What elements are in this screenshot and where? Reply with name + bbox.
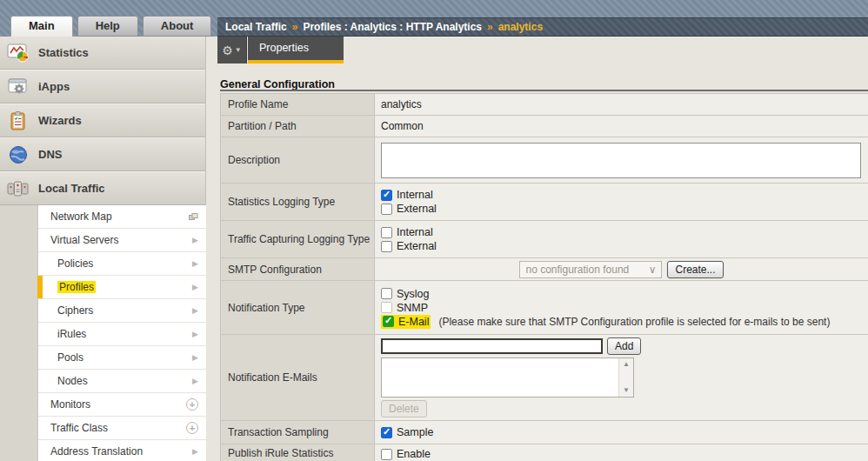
breadcrumb-path[interactable]: Profiles : Analytics : HTTP Analytics (303, 21, 482, 33)
submenu-item-label: Address Translation (50, 445, 143, 458)
submenu-item-label: iRules (57, 328, 86, 340)
sidebar-item-wizards[interactable]: Wizards (0, 104, 205, 137)
statistics-icon (7, 43, 30, 63)
field-label: Profile Name (221, 94, 375, 115)
checkbox-checked-icon[interactable] (381, 190, 392, 201)
checkbox-unchecked-icon[interactable] (381, 204, 392, 215)
sidebar-item-label: Statistics (38, 46, 89, 59)
field-label: Publish iRule Statistics (221, 444, 375, 461)
breadcrumb-separator: » (292, 21, 298, 33)
map-icon (189, 213, 198, 221)
sidebar-item-iapps[interactable]: iApps (0, 70, 205, 104)
row-publish-irule-statistics: Publish iRule Statistics Enable (221, 444, 868, 461)
notification-email-input[interactable] (381, 338, 603, 354)
sidebar-item-label: Wizards (38, 114, 82, 127)
field-label: Notification E-Mails (221, 335, 375, 420)
sidebar-item-statistics[interactable]: Statistics (0, 37, 205, 70)
scroll-down-icon[interactable]: ▼ (623, 386, 630, 395)
submenu-item-nodes[interactable]: Nodes ▶ (38, 370, 206, 393)
chevron-down-icon: ▼ (235, 46, 242, 54)
submenu-item-address-translation[interactable]: Address Translation ▶ (38, 440, 206, 461)
submenu-item-monitors[interactable]: Monitors + (38, 393, 206, 417)
row-statistics-logging-type: Statistics Logging Type Internal Externa… (221, 184, 868, 221)
submenu-item-ciphers[interactable]: Ciphers ▶ (38, 299, 206, 323)
row-partition-path: Partition / Path Common (221, 116, 868, 137)
arrow-right-icon: ▶ (192, 284, 198, 291)
row-traffic-capturing-logging-type: Traffic Capturing Logging Type Internal … (221, 221, 868, 258)
breadcrumb: Local Traffic»Profiles : Analytics : HTT… (217, 17, 868, 37)
checkbox-unchecked-icon[interactable] (381, 302, 392, 313)
tab-main[interactable]: Main (10, 16, 73, 37)
bigip-config-page: Local Traffic»Profiles : Analytics : HTT… (0, 0, 868, 461)
sidebar-item-label: Local Traffic (38, 182, 105, 195)
checkbox-capture-internal[interactable]: Internal (381, 225, 862, 239)
tab-properties[interactable]: Properties (248, 37, 344, 60)
submenu-item-label: Monitors (50, 398, 90, 411)
checkbox-email[interactable]: E-Mail (381, 315, 431, 329)
submenu-item-network-map[interactable]: Network Map (38, 205, 206, 229)
general-configuration-table: Profile Name analytics Partition / Path … (220, 93, 868, 461)
partition-path-value: Common (375, 116, 868, 137)
arrow-right-icon: ▶ (192, 448, 198, 456)
tab-help[interactable]: Help (77, 16, 138, 37)
wizards-icon (7, 111, 30, 130)
sidebar-item-dns[interactable]: DNS (0, 137, 205, 171)
row-smtp-configuration: SMTP Configuration no configuration foun… (221, 258, 868, 281)
checkbox-unchecked-icon[interactable] (381, 241, 392, 252)
plus-circle-icon[interactable]: + (186, 422, 198, 434)
scroll-up-icon[interactable]: ▲ (623, 360, 630, 369)
plus-circle-icon[interactable]: + (186, 398, 198, 411)
checkbox-unchecked-icon[interactable] (381, 227, 392, 238)
submenu-item-label: Ciphers (57, 304, 93, 317)
page-options-menu-button[interactable]: ⚙ ▼ (217, 37, 247, 63)
breadcrumb-current: analytics (498, 21, 543, 33)
checkbox-snmp[interactable]: SNMP (381, 301, 862, 315)
checkbox-checked-icon[interactable] (381, 427, 392, 438)
create-smtp-button[interactable]: Create... (667, 261, 723, 278)
checkbox-syslog[interactable]: Syslog (381, 287, 862, 301)
submenu-item-virtual-servers[interactable]: Virtual Servers ▶ (38, 229, 206, 252)
row-transaction-sampling: Transaction Sampling Sample (221, 421, 868, 444)
local-traffic-icon (7, 179, 30, 198)
smtp-configuration-select[interactable]: no configuration found ∨ (519, 261, 662, 278)
local-traffic-submenu: Network Map Virtual Servers ▶ Policies ▶… (37, 205, 206, 461)
field-label: Partition / Path (221, 116, 375, 137)
checkbox-stats-internal[interactable]: Internal (381, 188, 862, 202)
submenu-item-traffic-class[interactable]: Traffic Class + (38, 417, 206, 440)
field-label: Statistics Logging Type (221, 184, 375, 220)
tab-about[interactable]: About (143, 16, 212, 37)
checkbox-enable[interactable]: Enable (381, 448, 862, 460)
profile-name-value: analytics (375, 94, 868, 115)
top-tabs: Main Help About (10, 16, 211, 37)
field-label: Traffic Capturing Logging Type (221, 221, 375, 257)
submenu-item-pools[interactable]: Pools ▶ (38, 346, 206, 370)
sidebar-item-label: iApps (38, 80, 70, 93)
checkbox-sample[interactable]: Sample (381, 425, 862, 439)
checkbox-checked-icon[interactable] (383, 316, 394, 327)
section-divider (220, 90, 868, 91)
active-tab-underline (248, 60, 344, 63)
notification-emails-listbox[interactable]: ▲ ▼ (381, 357, 634, 398)
row-notification-emails: Notification E-Mails Add ▲ ▼ Delete (221, 335, 868, 421)
submenu-item-label: Profiles (57, 281, 96, 293)
submenu-item-policies[interactable]: Policies ▶ (38, 252, 206, 276)
checkbox-capture-external[interactable]: External (381, 239, 862, 253)
checkbox-stats-external[interactable]: External (381, 202, 862, 216)
description-textarea[interactable] (381, 143, 861, 178)
arrow-right-icon: ▶ (192, 377, 198, 385)
submenu-item-profiles[interactable]: Profiles ▶ (38, 276, 206, 299)
field-label: Description (221, 137, 375, 183)
add-email-button[interactable]: Add (607, 337, 641, 355)
sidebar-item-local-traffic[interactable]: Local Traffic (0, 171, 205, 205)
chevron-down-icon: ∨ (649, 264, 657, 276)
submenu-item-label: Network Map (50, 210, 112, 223)
submenu-item-irules[interactable]: iRules ▶ (38, 323, 206, 346)
breadcrumb-section[interactable]: Local Traffic (225, 21, 287, 33)
delete-email-button[interactable]: Delete (381, 400, 427, 418)
sidebar: Statistics iApps Wizards (0, 37, 206, 461)
checkbox-unchecked-icon[interactable] (381, 288, 392, 299)
breadcrumb-separator: » (487, 21, 493, 33)
submenu-item-label: Traffic Class (50, 422, 108, 434)
checkbox-unchecked-icon[interactable] (381, 449, 392, 460)
listbox-scrollbar[interactable]: ▲ ▼ (618, 358, 633, 397)
